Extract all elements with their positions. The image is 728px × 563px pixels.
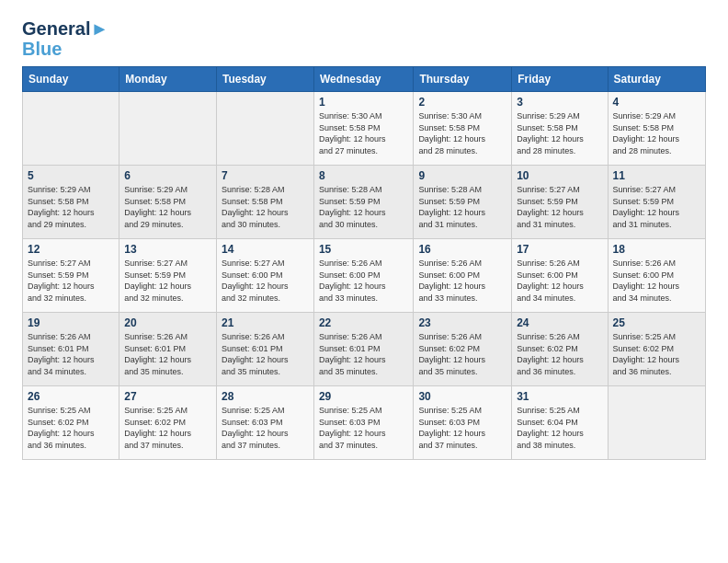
day-number: 14 bbox=[222, 243, 309, 256]
day-number: 26 bbox=[28, 390, 114, 403]
calendar-cell: 4Sunrise: 5:29 AM Sunset: 5:58 PM Daylig… bbox=[608, 92, 705, 166]
calendar-cell: 14Sunrise: 5:27 AM Sunset: 6:00 PM Dayli… bbox=[216, 239, 313, 313]
day-number: 15 bbox=[319, 243, 408, 256]
calendar-cell: 19Sunrise: 5:26 AM Sunset: 6:01 PM Dayli… bbox=[23, 313, 119, 386]
header-day: Wednesday bbox=[313, 67, 413, 92]
calendar-cell: 20Sunrise: 5:26 AM Sunset: 6:01 PM Dayli… bbox=[119, 313, 217, 386]
calendar-cell: 21Sunrise: 5:26 AM Sunset: 6:01 PM Dayli… bbox=[216, 313, 313, 386]
day-number: 22 bbox=[319, 316, 408, 329]
day-info: Sunrise: 5:29 AM Sunset: 5:58 PM Dayligh… bbox=[517, 110, 602, 156]
week-row: 1Sunrise: 5:30 AM Sunset: 5:58 PM Daylig… bbox=[23, 92, 706, 166]
page: General► Blue SundayMondayTuesdayWednesd… bbox=[0, 0, 728, 475]
calendar-cell: 6Sunrise: 5:29 AM Sunset: 5:58 PM Daylig… bbox=[119, 166, 217, 239]
calendar-cell: 2Sunrise: 5:30 AM Sunset: 5:58 PM Daylig… bbox=[414, 92, 512, 166]
calendar-cell: 24Sunrise: 5:26 AM Sunset: 6:02 PM Dayli… bbox=[512, 313, 608, 386]
day-info: Sunrise: 5:26 AM Sunset: 6:00 PM Dayligh… bbox=[418, 258, 506, 304]
calendar-cell: 7Sunrise: 5:28 AM Sunset: 5:58 PM Daylig… bbox=[216, 166, 313, 239]
day-number: 13 bbox=[124, 243, 211, 256]
day-info: Sunrise: 5:27 AM Sunset: 6:00 PM Dayligh… bbox=[222, 258, 309, 304]
day-info: Sunrise: 5:26 AM Sunset: 6:01 PM Dayligh… bbox=[124, 331, 211, 377]
calendar-cell: 16Sunrise: 5:26 AM Sunset: 6:00 PM Dayli… bbox=[414, 239, 512, 313]
calendar-cell: 18Sunrise: 5:26 AM Sunset: 6:00 PM Dayli… bbox=[608, 239, 705, 313]
day-number: 9 bbox=[418, 169, 506, 182]
logo-blue: Blue bbox=[22, 39, 108, 59]
day-number: 2 bbox=[418, 96, 506, 109]
day-info: Sunrise: 5:28 AM Sunset: 5:59 PM Dayligh… bbox=[418, 184, 506, 230]
day-info: Sunrise: 5:30 AM Sunset: 5:58 PM Dayligh… bbox=[418, 110, 506, 156]
day-number: 18 bbox=[613, 243, 700, 256]
calendar-cell: 11Sunrise: 5:27 AM Sunset: 5:59 PM Dayli… bbox=[608, 166, 705, 239]
calendar-cell bbox=[119, 92, 217, 166]
day-number: 23 bbox=[418, 316, 506, 329]
calendar-cell: 25Sunrise: 5:25 AM Sunset: 6:02 PM Dayli… bbox=[608, 313, 705, 386]
day-info: Sunrise: 5:26 AM Sunset: 6:00 PM Dayligh… bbox=[319, 258, 408, 304]
day-info: Sunrise: 5:26 AM Sunset: 6:00 PM Dayligh… bbox=[613, 258, 700, 304]
day-info: Sunrise: 5:25 AM Sunset: 6:03 PM Dayligh… bbox=[319, 405, 408, 451]
day-number: 21 bbox=[222, 316, 309, 329]
day-info: Sunrise: 5:26 AM Sunset: 6:02 PM Dayligh… bbox=[517, 331, 602, 377]
calendar-cell: 26Sunrise: 5:25 AM Sunset: 6:02 PM Dayli… bbox=[23, 386, 119, 460]
calendar-cell: 28Sunrise: 5:25 AM Sunset: 6:03 PM Dayli… bbox=[216, 386, 313, 460]
day-info: Sunrise: 5:29 AM Sunset: 5:58 PM Dayligh… bbox=[613, 110, 700, 156]
day-info: Sunrise: 5:26 AM Sunset: 6:01 PM Dayligh… bbox=[222, 331, 309, 377]
calendar-cell: 13Sunrise: 5:27 AM Sunset: 5:59 PM Dayli… bbox=[119, 239, 217, 313]
day-number: 29 bbox=[319, 390, 408, 403]
day-info: Sunrise: 5:25 AM Sunset: 6:02 PM Dayligh… bbox=[613, 331, 700, 377]
day-number: 7 bbox=[222, 169, 309, 182]
week-row: 26Sunrise: 5:25 AM Sunset: 6:02 PM Dayli… bbox=[23, 386, 706, 460]
day-number: 3 bbox=[517, 96, 602, 109]
header-day: Monday bbox=[119, 67, 217, 92]
day-number: 19 bbox=[28, 316, 114, 329]
day-info: Sunrise: 5:26 AM Sunset: 6:01 PM Dayligh… bbox=[28, 331, 114, 377]
day-info: Sunrise: 5:25 AM Sunset: 6:04 PM Dayligh… bbox=[517, 405, 602, 451]
day-number: 24 bbox=[517, 316, 602, 329]
day-number: 17 bbox=[517, 243, 602, 256]
day-number: 4 bbox=[613, 96, 700, 109]
day-info: Sunrise: 5:27 AM Sunset: 5:59 PM Dayligh… bbox=[613, 184, 700, 230]
calendar-cell: 12Sunrise: 5:27 AM Sunset: 5:59 PM Dayli… bbox=[23, 239, 119, 313]
calendar-table: SundayMondayTuesdayWednesdayThursdayFrid… bbox=[22, 66, 706, 460]
day-number: 16 bbox=[418, 243, 506, 256]
header-day: Tuesday bbox=[216, 67, 313, 92]
day-number: 31 bbox=[517, 390, 602, 403]
header-day: Friday bbox=[512, 67, 608, 92]
day-number: 8 bbox=[319, 169, 408, 182]
day-number: 20 bbox=[124, 316, 211, 329]
day-info: Sunrise: 5:29 AM Sunset: 5:58 PM Dayligh… bbox=[28, 184, 114, 230]
day-info: Sunrise: 5:25 AM Sunset: 6:03 PM Dayligh… bbox=[418, 405, 506, 451]
day-info: Sunrise: 5:26 AM Sunset: 6:01 PM Dayligh… bbox=[319, 331, 408, 377]
week-row: 19Sunrise: 5:26 AM Sunset: 6:01 PM Dayli… bbox=[23, 313, 706, 386]
week-row: 5Sunrise: 5:29 AM Sunset: 5:58 PM Daylig… bbox=[23, 166, 706, 239]
calendar-cell: 10Sunrise: 5:27 AM Sunset: 5:59 PM Dayli… bbox=[512, 166, 608, 239]
day-number: 11 bbox=[613, 169, 700, 182]
calendar-cell: 9Sunrise: 5:28 AM Sunset: 5:59 PM Daylig… bbox=[414, 166, 512, 239]
day-number: 5 bbox=[28, 169, 114, 182]
day-info: Sunrise: 5:30 AM Sunset: 5:58 PM Dayligh… bbox=[319, 110, 408, 156]
day-number: 27 bbox=[124, 390, 211, 403]
header: General► Blue bbox=[22, 18, 706, 59]
header-day: Sunday bbox=[23, 67, 119, 92]
day-number: 12 bbox=[28, 243, 114, 256]
day-info: Sunrise: 5:25 AM Sunset: 6:02 PM Dayligh… bbox=[28, 405, 114, 451]
day-info: Sunrise: 5:26 AM Sunset: 6:02 PM Dayligh… bbox=[418, 331, 506, 377]
day-info: Sunrise: 5:25 AM Sunset: 6:03 PM Dayligh… bbox=[222, 405, 309, 451]
calendar-cell: 8Sunrise: 5:28 AM Sunset: 5:59 PM Daylig… bbox=[313, 166, 413, 239]
day-number: 1 bbox=[319, 96, 408, 109]
calendar-cell bbox=[23, 92, 119, 166]
calendar-cell: 5Sunrise: 5:29 AM Sunset: 5:58 PM Daylig… bbox=[23, 166, 119, 239]
calendar-cell bbox=[608, 386, 705, 460]
week-row: 12Sunrise: 5:27 AM Sunset: 5:59 PM Dayli… bbox=[23, 239, 706, 313]
calendar-cell: 17Sunrise: 5:26 AM Sunset: 6:00 PM Dayli… bbox=[512, 239, 608, 313]
header-day: Thursday bbox=[414, 67, 512, 92]
logo-general: General► bbox=[22, 18, 108, 39]
day-number: 25 bbox=[613, 316, 700, 329]
day-info: Sunrise: 5:29 AM Sunset: 5:58 PM Dayligh… bbox=[124, 184, 211, 230]
logo: General► Blue bbox=[22, 18, 108, 59]
day-info: Sunrise: 5:26 AM Sunset: 6:00 PM Dayligh… bbox=[517, 258, 602, 304]
day-number: 28 bbox=[222, 390, 309, 403]
calendar-cell: 29Sunrise: 5:25 AM Sunset: 6:03 PM Dayli… bbox=[313, 386, 413, 460]
day-info: Sunrise: 5:27 AM Sunset: 5:59 PM Dayligh… bbox=[28, 258, 114, 304]
calendar-cell: 22Sunrise: 5:26 AM Sunset: 6:01 PM Dayli… bbox=[313, 313, 413, 386]
header-row: SundayMondayTuesdayWednesdayThursdayFrid… bbox=[23, 67, 706, 92]
calendar-cell: 23Sunrise: 5:26 AM Sunset: 6:02 PM Dayli… bbox=[414, 313, 512, 386]
